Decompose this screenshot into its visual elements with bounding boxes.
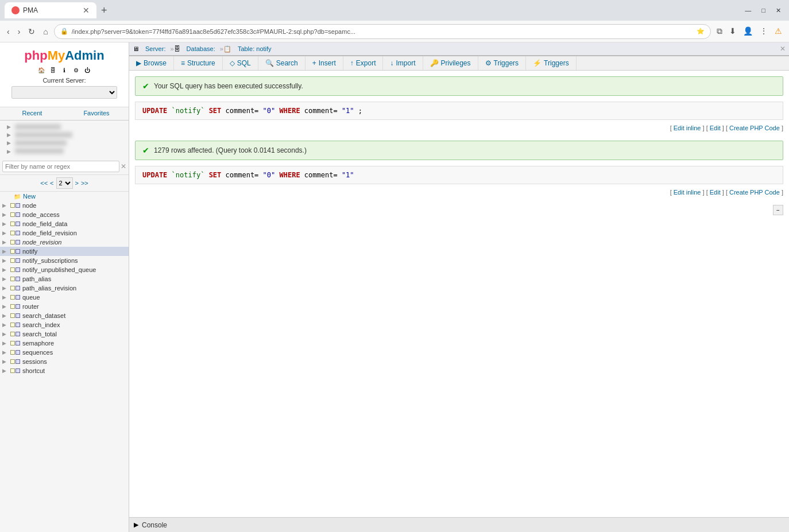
- db-filter-input[interactable]: [2, 161, 119, 172]
- db-filter-clear-button[interactable]: ✕: [121, 162, 126, 170]
- nav-forward-button[interactable]: ›: [16, 26, 23, 37]
- table-icon2: [16, 286, 20, 290]
- edit-inline-link-2[interactable]: Edit inline: [674, 189, 701, 196]
- db-page-first-button[interactable]: <<: [40, 180, 48, 187]
- tab-sql[interactable]: ◇ SQL: [223, 56, 258, 70]
- list-item[interactable]: ▶ node: [0, 201, 129, 210]
- edit-link-1[interactable]: Edit: [710, 125, 721, 131]
- address-bar[interactable]: 🔒 /index.php?server=9&token=77f4ffd76a89…: [54, 24, 711, 39]
- nav-refresh-button[interactable]: ↻: [26, 26, 37, 37]
- tab-import[interactable]: ↓ Import: [383, 56, 423, 70]
- tab-triggers[interactable]: ⚡ Triggers: [526, 56, 577, 70]
- list-item-semaphore[interactable]: ▶ semaphore: [0, 339, 129, 348]
- browser-tab-active[interactable]: PMA ✕: [5, 2, 96, 18]
- address-text: /index.php?server=9&token=77f4ffd76a891a…: [72, 28, 693, 35]
- nav-close-button[interactable]: ✕: [780, 45, 786, 53]
- db-page-select[interactable]: 2: [56, 177, 73, 189]
- profile-icon[interactable]: 👤: [741, 25, 755, 37]
- list-item[interactable]: ▶ search_dataset: [0, 311, 129, 320]
- list-item[interactable]: ▶ notify_subscriptions: [0, 256, 129, 265]
- list-item-notify[interactable]: ▶ notify: [0, 247, 129, 256]
- list-item[interactable]: ▶ node_revision: [0, 238, 129, 247]
- nav-table-item[interactable]: Table: notify: [233, 44, 276, 53]
- list-item-router[interactable]: ▶ router: [0, 302, 129, 311]
- db-page-prev-button[interactable]: <: [50, 180, 53, 187]
- list-item[interactable]: ▶ node_access: [0, 210, 129, 219]
- table-icon2: [16, 240, 20, 244]
- tab-recent[interactable]: Recent: [0, 107, 64, 120]
- window-minimize-button[interactable]: —: [741, 6, 755, 15]
- pma-icon-home[interactable]: 🏠: [37, 65, 46, 75]
- nav-database-item[interactable]: Database:: [182, 44, 220, 53]
- menu-icon[interactable]: ⋮: [757, 25, 770, 37]
- nav-back-button[interactable]: ‹: [5, 26, 12, 37]
- tab-export[interactable]: ↑ Export: [343, 56, 384, 70]
- list-item[interactable]: ▶ search_index: [0, 320, 129, 329]
- operations-icon: ⚙: [485, 59, 492, 67]
- browse-label: Browse: [144, 59, 167, 67]
- nav-home-button[interactable]: ⌂: [41, 26, 50, 37]
- download-icon[interactable]: ⬇: [727, 25, 738, 37]
- tab-browse[interactable]: ▶ Browse: [129, 56, 174, 70]
- window-close-button[interactable]: ✕: [772, 6, 784, 15]
- edit-inline-link-1[interactable]: Edit inline: [674, 125, 701, 131]
- edit-link-2[interactable]: Edit: [710, 189, 721, 196]
- list-item[interactable]: ▶: [5, 123, 124, 131]
- list-item[interactable]: ▶ sequences: [0, 348, 129, 357]
- tab-operations[interactable]: ⚙ Triggers: [478, 56, 527, 70]
- new-tab-button[interactable]: +: [99, 5, 110, 17]
- tab-favorites[interactable]: Favorites: [64, 107, 129, 120]
- console-bar[interactable]: ▶ Console: [129, 517, 789, 532]
- collapse-button[interactable]: −: [773, 205, 783, 215]
- sql-table: `notify`: [172, 171, 205, 179]
- create-php-link-1[interactable]: Create PHP Code: [729, 125, 780, 131]
- table-icons: [10, 286, 20, 290]
- list-item[interactable]: ▶: [5, 147, 124, 156]
- db-tree-new-item[interactable]: 📁 New: [0, 192, 129, 201]
- list-item[interactable]: ▶ shortcut: [0, 366, 129, 375]
- success-icon-2: ✔: [142, 146, 149, 155]
- list-item[interactable]: ▶ queue: [0, 293, 129, 302]
- table-icon: [10, 341, 15, 345]
- folder-icon: 📁: [14, 193, 21, 200]
- tab-title: PMA: [23, 6, 79, 14]
- pma-icon-settings[interactable]: ⚙: [71, 65, 80, 75]
- list-item[interactable]: ▶ node_field_data: [0, 219, 129, 228]
- db-page-next-button[interactable]: >: [75, 180, 79, 187]
- create-php-link-2[interactable]: Create PHP Code: [729, 189, 780, 196]
- window-maximize-button[interactable]: □: [758, 6, 769, 15]
- pma-icon-db[interactable]: 🗄: [48, 65, 57, 75]
- list-item[interactable]: ▶: [5, 131, 124, 139]
- table-icons: [10, 368, 20, 373]
- sql-table: `notify`: [172, 107, 205, 115]
- export-icon: ↑: [350, 59, 354, 67]
- list-item[interactable]: ▶ path_alias_revision: [0, 284, 129, 293]
- table-icon: [10, 368, 15, 373]
- pma-icon-exit[interactable]: ⏻: [83, 65, 92, 75]
- tab-insert[interactable]: + Insert: [305, 56, 343, 70]
- list-item[interactable]: ▶ node_field_revision: [0, 228, 129, 238]
- list-item[interactable]: ▶ notify_unpublished_queue: [0, 265, 129, 274]
- browse-icon: ▶: [136, 59, 141, 67]
- db-page-last-button[interactable]: >>: [81, 180, 88, 187]
- list-item[interactable]: ▶ path_alias: [0, 274, 129, 284]
- list-item[interactable]: ▶: [5, 139, 124, 147]
- success-message-2: ✔ 1279 rows affected. (Query took 0.0141…: [135, 141, 783, 160]
- tab-structure[interactable]: ≡ Structure: [174, 56, 223, 70]
- nav-server-item[interactable]: Server:: [141, 44, 170, 53]
- server-select[interactable]: [11, 86, 117, 99]
- tab-close-button[interactable]: ✕: [83, 6, 90, 15]
- result-section-2: ✔ 1279 rows affected. (Query took 0.0141…: [135, 141, 783, 198]
- list-item[interactable]: ▶ search_total: [0, 329, 129, 339]
- tab-privileges[interactable]: 🔑 Privileges: [423, 56, 478, 70]
- table-label: node: [22, 202, 36, 209]
- table-icons: [10, 332, 20, 336]
- sidebar-tabs: Recent Favorites: [0, 107, 129, 121]
- list-item[interactable]: ▶ sessions: [0, 357, 129, 366]
- window-controls: — □ ✕: [741, 6, 784, 15]
- search-icon: 🔍: [265, 59, 274, 67]
- tab-search[interactable]: 🔍 Search: [258, 56, 305, 70]
- extensions-icon[interactable]: ⧉: [714, 25, 725, 37]
- search-label: Search: [276, 59, 298, 67]
- pma-icon-info[interactable]: ℹ: [60, 65, 69, 75]
